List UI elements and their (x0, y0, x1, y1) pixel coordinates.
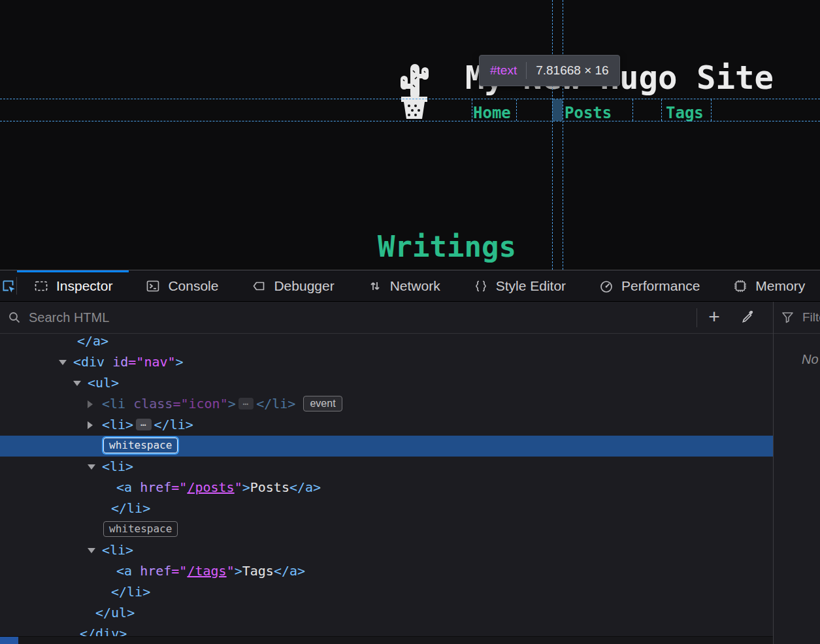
attribute-link[interactable]: /tags (187, 563, 226, 579)
inline-expander-icon[interactable]: ⋯ (238, 398, 254, 410)
code-token: " (235, 479, 242, 495)
markup-view: </a><div id="nav"><ul><li class="icon">⋯… (0, 334, 773, 636)
memory-icon (732, 278, 748, 294)
twisty-icon[interactable] (88, 421, 93, 429)
twisty-icon[interactable] (88, 400, 93, 408)
whitespace-badge[interactable]: whitespace (103, 438, 178, 453)
markup-row[interactable]: whitespace (0, 436, 773, 457)
twisty-icon[interactable] (88, 464, 95, 470)
code-token: </li> (111, 500, 150, 516)
tab-label: Debugger (274, 278, 334, 294)
search-icon (7, 310, 22, 325)
inspector-icon (33, 278, 49, 294)
markup-row[interactable]: </div> (0, 624, 773, 636)
code-token (132, 563, 140, 579)
markup-row[interactable]: <li> (0, 457, 773, 477)
code-token: > (242, 479, 250, 495)
cactus-logo[interactable] (391, 59, 438, 124)
markup-row[interactable]: <a href="/tags">Tags</a> (0, 561, 773, 582)
guide-segment (516, 99, 517, 121)
guide-segment (472, 99, 472, 121)
tab-console[interactable]: Console (129, 270, 235, 301)
devtools-panel: InspectorConsoleDebuggerNetworkStyle Edi… (0, 270, 820, 644)
tab-label: Performance (621, 278, 700, 294)
devtools-toolbar: InspectorConsoleDebuggerNetworkStyle Edi… (0, 270, 820, 302)
code-token: </li> (111, 584, 150, 600)
style-editor-icon (473, 278, 489, 294)
event-badge[interactable]: event (303, 396, 342, 411)
code-token: </ul> (95, 605, 135, 620)
inline-expander-icon[interactable]: ⋯ (136, 419, 151, 430)
markup-row[interactable]: <li>⋯</li> (0, 415, 773, 436)
markup-row[interactable]: whitespace (0, 519, 773, 540)
filter-styles-input[interactable] (801, 310, 820, 325)
markup-search-bar: + (0, 302, 773, 334)
code-token: Tags (242, 563, 274, 579)
breadcrumb-selected[interactable] (0, 637, 18, 644)
code-token (295, 396, 303, 411)
whitespace-badge[interactable]: whitespace (103, 521, 178, 537)
search-html-input[interactable] (27, 310, 631, 326)
attribute-link[interactable]: /posts (187, 479, 234, 495)
tab-performance[interactable]: Performance (582, 270, 716, 301)
markup-row[interactable]: </a> (0, 334, 773, 352)
twisty-icon[interactable] (59, 360, 67, 365)
code-token: =" (171, 479, 187, 495)
tooltip-divider (526, 62, 527, 79)
tab-memory[interactable]: Memory (716, 270, 820, 301)
guide-line-horizontal-bottom (0, 121, 820, 121)
network-icon (367, 278, 383, 294)
code-token: </li> (154, 417, 193, 432)
code-token: Posts (250, 479, 289, 495)
tooltip-node-name: #text (490, 63, 517, 78)
twisty-icon[interactable] (73, 381, 81, 386)
guide-line-vertical-left (552, 0, 553, 270)
code-token (125, 396, 133, 411)
code-token: <ul> (88, 375, 119, 391)
tab-debugger[interactable]: Debugger (235, 270, 350, 301)
markup-row[interactable]: </li> (0, 582, 773, 603)
add-node-button[interactable]: + (704, 302, 724, 334)
markup-row[interactable]: </ul> (0, 603, 773, 624)
tab-network[interactable]: Network (351, 270, 457, 301)
markup-row[interactable]: <a href="/posts">Posts</a> (0, 477, 773, 498)
code-token: id (112, 354, 128, 370)
tooltip-node-size: 7.81668 × 16 (536, 63, 608, 78)
tab-label: Inspector (56, 278, 112, 294)
code-token: ="nav" (128, 354, 175, 370)
console-icon (145, 278, 161, 294)
node-size-tooltip: #text 7.81668 × 16 (479, 55, 620, 86)
code-token: > (235, 563, 242, 579)
code-token: <a (116, 563, 132, 579)
code-token: <a (116, 479, 132, 495)
code-token: </a> (289, 479, 321, 495)
markup-row[interactable]: <li class="icon">⋯</li> event (0, 394, 773, 415)
code-token: <li> (102, 542, 133, 558)
code-token: </div> (80, 626, 127, 636)
highlighted-node-fill (552, 99, 563, 121)
code-token: ="icon" (172, 396, 227, 411)
tab-inspector[interactable]: Inspector (17, 270, 129, 301)
tab-label: Console (168, 278, 218, 294)
markup-row[interactable]: <ul> (0, 373, 773, 394)
code-token: </a> (77, 334, 108, 349)
pick-element-button[interactable] (0, 270, 17, 301)
markup-row[interactable]: <div id="nav"> (0, 352, 773, 373)
toolbar-separator (697, 308, 697, 327)
guide-segment (661, 99, 662, 121)
code-token (105, 354, 112, 370)
devtools-tab-bar: InspectorConsoleDebuggerNetworkStyle Edi… (17, 270, 820, 301)
twisty-icon[interactable] (88, 548, 95, 553)
debugger-icon (251, 278, 267, 294)
code-token: <li> (102, 459, 133, 474)
guide-segment (632, 99, 633, 121)
code-token: </li> (256, 396, 295, 411)
markup-row[interactable]: <li> (0, 540, 773, 561)
tab-style-editor[interactable]: Style Editor (457, 270, 582, 301)
section-heading: Writings (378, 231, 516, 263)
guide-line-vertical-right (563, 0, 563, 270)
eyedropper-icon[interactable] (740, 308, 757, 325)
breadcrumbs-bar[interactable] (0, 636, 773, 644)
markup-row[interactable]: </li> (0, 498, 773, 519)
guide-segment (711, 99, 712, 121)
